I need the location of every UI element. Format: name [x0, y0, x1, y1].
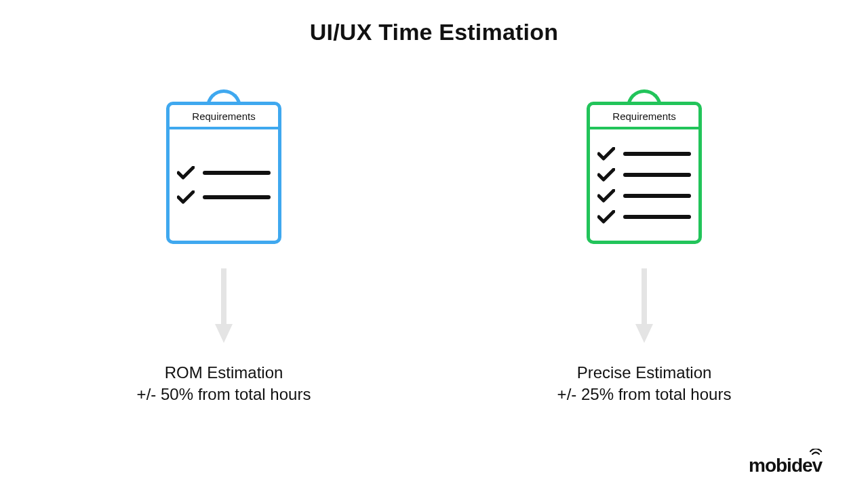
line-icon — [623, 173, 691, 177]
svg-rect-1 — [642, 268, 647, 327]
check-icon — [597, 147, 615, 161]
checklist-row — [597, 210, 691, 224]
clipboard-header: Requirements — [170, 105, 278, 129]
checklist-row — [597, 189, 691, 203]
check-icon — [177, 166, 195, 180]
caption-line1: Precise Estimation — [557, 362, 732, 384]
check-icon — [177, 190, 195, 204]
clipboard-content — [597, 136, 691, 235]
clipboard-header: Requirements — [590, 105, 698, 129]
line-icon — [623, 152, 691, 156]
svg-rect-0 — [221, 268, 226, 327]
clipboard-icon-precise: Requirements — [587, 102, 702, 244]
svg-text:mobidev: mobidev — [749, 455, 823, 476]
arrow-down-icon — [635, 268, 653, 343]
column-rom: Requirements ROM Estimation — [102, 102, 346, 406]
caption-line2: +/- 25% from total hours — [557, 384, 732, 405]
line-icon — [623, 215, 691, 219]
caption-line2: +/- 50% from total hours — [137, 384, 311, 405]
columns: Requirements ROM Estimation — [0, 102, 868, 406]
checklist-row — [597, 147, 691, 161]
check-icon — [597, 168, 615, 182]
arrow-down-icon — [215, 268, 233, 343]
mobidev-logo: mobidev — [749, 449, 850, 479]
caption-rom: ROM Estimation +/- 50% from total hours — [137, 362, 311, 406]
column-precise: Requirements — [522, 102, 766, 406]
page-title: UI/UX Time Estimation — [0, 19, 868, 45]
line-icon — [203, 195, 271, 199]
clipboard-content — [177, 136, 271, 235]
check-icon — [597, 210, 615, 224]
check-icon — [597, 189, 615, 203]
checklist-row — [177, 166, 271, 180]
caption-precise: Precise Estimation +/- 25% from total ho… — [557, 362, 732, 406]
line-icon — [623, 194, 691, 198]
checklist-row — [597, 168, 691, 182]
checklist-row — [177, 190, 271, 204]
clipboard-icon-rom: Requirements — [166, 102, 281, 244]
line-icon — [203, 171, 271, 175]
caption-line1: ROM Estimation — [137, 362, 311, 384]
